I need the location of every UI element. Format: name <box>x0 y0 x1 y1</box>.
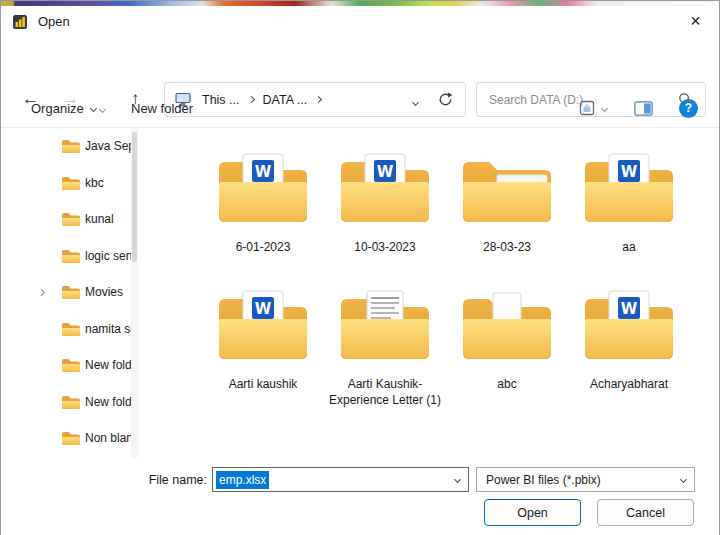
folder-icon <box>61 175 81 191</box>
folder-icon <box>581 287 677 367</box>
command-toolbar: Organize New folder ? <box>1 89 719 128</box>
scrollbar-thumb[interactable] <box>132 132 137 262</box>
preview-pane-button[interactable] <box>634 89 653 127</box>
preview-pane-icon <box>634 101 653 116</box>
file-tile-aarti-kaushik[interactable]: Aarti kaushik <box>202 287 324 424</box>
folder-icon <box>61 248 81 264</box>
folder-icon <box>61 321 81 337</box>
file-type-select[interactable]: Power BI files (*.pbix) <box>476 467 695 492</box>
chevron-down-icon <box>679 476 686 483</box>
organize-button[interactable]: Organize <box>31 89 96 127</box>
new-folder-button[interactable]: New folder <box>131 89 193 127</box>
dialog-footer: File name: emp.xlsx Power BI files (*.pb… <box>1 458 719 535</box>
thumbnail-view-icon <box>579 100 595 116</box>
file-tile-6-01-2023[interactable]: 6-01-2023 <box>202 150 324 287</box>
file-tile-acharyabharat[interactable]: Acharyabharat <box>568 287 690 424</box>
file-tile-aa[interactable]: aa <box>568 150 690 287</box>
sidebar-item-movies[interactable]: Movies <box>1 274 132 311</box>
chevron-down-icon <box>453 476 460 483</box>
folder-icon <box>459 287 555 367</box>
folder-icon <box>61 357 81 373</box>
file-name-label: File name: <box>141 468 207 493</box>
chevron-down-icon <box>90 104 97 111</box>
folder-icon <box>61 211 81 227</box>
help-button[interactable]: ? <box>679 89 698 127</box>
folder-icon <box>61 394 81 410</box>
folder-icon <box>337 287 433 367</box>
navigation-bar: ← → ↑ This ... DATA ... Search DATA (D:) <box>1 37 719 89</box>
sidebar-item-java-sepetember[interactable]: Java Sepetemb <box>1 128 132 165</box>
open-dialog: Open × ← → ↑ This ... DATA ... Search DA… <box>0 0 720 535</box>
folder-icon <box>337 150 433 230</box>
cancel-button[interactable]: Cancel <box>597 499 694 526</box>
window-title: Open <box>38 14 70 29</box>
app-icon <box>12 14 28 30</box>
sidebar-item-kbc[interactable]: kbc <box>1 165 132 202</box>
sidebar-item-new-folder[interactable]: New folder <box>1 347 132 384</box>
open-button[interactable]: Open <box>484 499 581 526</box>
close-button[interactable]: × <box>673 6 718 37</box>
sidebar-item-logic-sendbac[interactable]: logic sendbac <box>1 238 132 275</box>
file-type-value: Power BI files (*.pbix) <box>486 473 601 487</box>
file-type-dropdown-button[interactable] <box>672 477 694 482</box>
chevron-down-icon <box>601 104 608 111</box>
folder-tree: Java Sepetemb kbc kunal logic sendbac Mo… <box>1 128 132 458</box>
sidebar-item-kunal[interactable]: kunal <box>1 201 132 238</box>
file-tile-28-03-23[interactable]: 28-03-23 <box>446 150 568 287</box>
sidebar-item-new-folder-2[interactable]: New folder (2 <box>1 384 132 421</box>
organize-label: Organize <box>31 101 84 116</box>
folder-icon <box>61 138 81 154</box>
file-tile-abc[interactable]: abc <box>446 287 568 424</box>
file-list: 6-01-2023 10-03-2023 28-03-23 aa Aarti k… <box>138 128 711 458</box>
folder-icon <box>215 150 311 230</box>
sidebar-item-non-blank-ce[interactable]: Non blank ce <box>1 420 132 457</box>
sidebar-item-namita-set-2[interactable]: namita set 2 <box>1 311 132 348</box>
view-options-button[interactable] <box>579 89 607 127</box>
new-folder-label: New folder <box>131 101 193 116</box>
folder-icon <box>61 430 81 446</box>
file-name-value: emp.xlsx <box>216 471 269 489</box>
file-name-dropdown-button[interactable] <box>446 477 468 482</box>
folder-icon <box>459 150 555 230</box>
expand-chevron-icon[interactable] <box>38 289 45 296</box>
sidebar-scrollbar[interactable] <box>131 128 138 458</box>
file-name-input[interactable]: emp.xlsx <box>212 467 469 492</box>
file-tile-aarti-kaushik-experience-letter[interactable]: Aarti Kaushik-Experience Letter (1) <box>324 287 446 424</box>
folder-icon <box>215 287 311 367</box>
help-icon: ? <box>679 99 698 118</box>
folder-icon <box>61 284 81 300</box>
titlebar[interactable]: Open × <box>1 6 719 37</box>
file-tile-10-03-2023[interactable]: 10-03-2023 <box>324 150 446 287</box>
folder-icon <box>581 150 677 230</box>
